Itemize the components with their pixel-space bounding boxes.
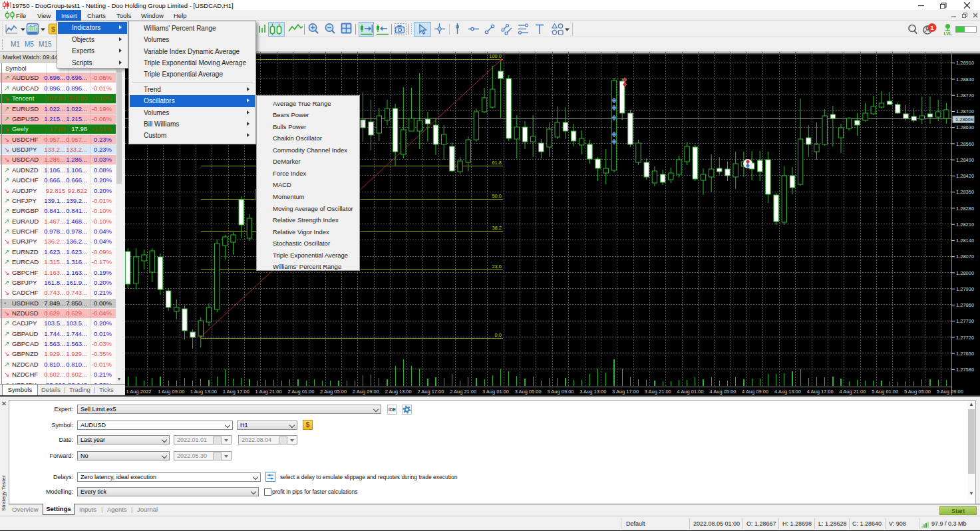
svg-text:1 Aug 2022: 1 Aug 2022 xyxy=(126,389,152,395)
svg-text:0.0: 0.0 xyxy=(495,332,502,338)
svg-text:2 Aug 21:00: 2 Aug 21:00 xyxy=(450,389,476,395)
svg-text:1.28210: 1.28210 xyxy=(956,222,974,228)
svg-text:1.27860: 1.27860 xyxy=(956,302,974,308)
svg-text:1.28350: 1.28350 xyxy=(956,189,974,195)
svg-text:1.28910: 1.28910 xyxy=(956,60,974,66)
svg-text:2 Aug 09:00: 2 Aug 09:00 xyxy=(353,389,379,395)
svg-text:1.28070: 1.28070 xyxy=(956,254,974,260)
svg-text:1.27650: 1.27650 xyxy=(956,351,974,357)
svg-text:1.28560: 1.28560 xyxy=(956,141,974,147)
svg-text:2 Aug 13:00: 2 Aug 13:00 xyxy=(385,389,412,395)
svg-text:1: 1 xyxy=(930,24,934,31)
svg-text:4 Aug 21:00: 4 Aug 21:00 xyxy=(839,389,866,395)
svg-text:1.27580: 1.27580 xyxy=(956,367,974,373)
svg-text:23.6: 23.6 xyxy=(492,264,502,269)
svg-text:3 Aug 13:00: 3 Aug 13:00 xyxy=(579,389,606,395)
svg-text:5 Aug 09:00: 5 Aug 09:00 xyxy=(937,389,963,395)
svg-text:38.2: 38.2 xyxy=(492,225,502,231)
svg-text:1.28840: 1.28840 xyxy=(956,77,974,83)
svg-text:1 Aug 17:00: 1 Aug 17:00 xyxy=(223,389,249,395)
svg-text:1.28669: 1.28669 xyxy=(955,116,973,122)
svg-text:1.27790: 1.27790 xyxy=(956,318,974,324)
svg-text:50.0: 50.0 xyxy=(492,193,502,199)
svg-text:1 Aug 09:00: 1 Aug 09:00 xyxy=(158,389,184,395)
svg-text:1.28000: 1.28000 xyxy=(956,270,974,276)
svg-text:5 Aug 01:00: 5 Aug 01:00 xyxy=(872,389,898,395)
svg-text:1.28420: 1.28420 xyxy=(956,173,974,179)
svg-text:4 Aug 01:00: 4 Aug 01:00 xyxy=(677,389,704,395)
svg-text:1.28630: 1.28630 xyxy=(956,124,974,130)
svg-text:5 Aug 05:00: 5 Aug 05:00 xyxy=(904,389,931,395)
svg-text:4 Aug 05:00: 4 Aug 05:00 xyxy=(709,389,736,395)
svg-text:4 Aug 09:00: 4 Aug 09:00 xyxy=(742,389,768,395)
svg-text:3 Aug 09:00: 3 Aug 09:00 xyxy=(547,389,573,395)
svg-text:2 Aug 05:00: 2 Aug 05:00 xyxy=(320,389,347,395)
svg-text:1.28700: 1.28700 xyxy=(956,108,974,114)
svg-text:3 Aug 17:00: 3 Aug 17:00 xyxy=(612,389,639,395)
svg-text:4 Aug 13:00: 4 Aug 13:00 xyxy=(774,389,801,395)
svg-text:1 Aug 21:00: 1 Aug 21:00 xyxy=(255,389,282,395)
svg-text:1.27720: 1.27720 xyxy=(956,335,974,341)
svg-text:3 Aug 01:00: 3 Aug 01:00 xyxy=(482,389,509,395)
svg-text:1 Aug 13:00: 1 Aug 13:00 xyxy=(190,389,217,395)
svg-text:61.8: 61.8 xyxy=(492,160,502,166)
svg-text:3 Aug 05:00: 3 Aug 05:00 xyxy=(515,389,542,395)
svg-text:1.28140: 1.28140 xyxy=(956,238,974,244)
svg-text:100.0: 100.0 xyxy=(489,53,502,59)
svg-text:4 Aug 17:00: 4 Aug 17:00 xyxy=(807,389,834,395)
svg-text:3 Aug 21:00: 3 Aug 21:00 xyxy=(645,389,671,395)
svg-text:$: $ xyxy=(51,25,55,33)
svg-text:1.28490: 1.28490 xyxy=(956,157,974,163)
svg-text:1.28770: 1.28770 xyxy=(956,92,974,98)
svg-text:LVL: LVL xyxy=(944,31,952,36)
svg-text:1.28280: 1.28280 xyxy=(956,206,974,212)
svg-text:1.27930: 1.27930 xyxy=(956,286,974,292)
svg-text:2 Aug 01:00: 2 Aug 01:00 xyxy=(287,389,314,395)
svg-text:2 Aug 17:00: 2 Aug 17:00 xyxy=(417,389,444,395)
